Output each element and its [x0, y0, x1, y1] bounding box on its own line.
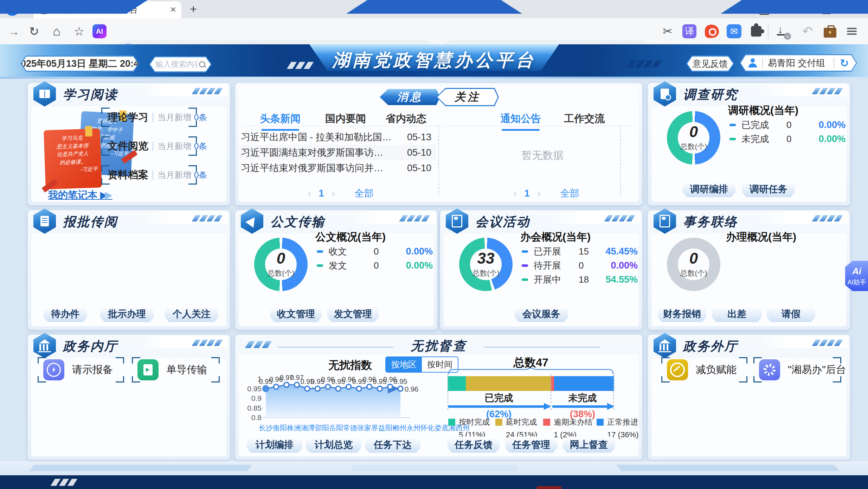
svg-text:0.9: 0.9 — [251, 394, 262, 402]
page-prev-icon[interactable]: ‹ — [513, 188, 516, 199]
new-tab-button[interactable]: + — [190, 2, 197, 16]
view-all-link[interactable]: 全部 — [560, 187, 579, 200]
x-axis-label: 益阳 — [378, 423, 392, 433]
page-prev-icon[interactable]: ‹ — [308, 188, 311, 199]
panel-title: 事务联络 — [683, 213, 738, 231]
toggle-by-region[interactable]: 按地区 — [386, 357, 422, 372]
task-manage-button[interactable]: 任务管理 — [505, 437, 557, 453]
news-item[interactable]: 习近平出席中国 - 拉美和加勒比国家共同体论...05-13 — [238, 129, 436, 145]
legend-item: 正常推进 17 (36%) — [597, 417, 638, 439]
survey-arrange-button[interactable]: 调研编排 — [683, 181, 735, 197]
personal-follow-button[interactable]: 个人关注 — [165, 306, 218, 322]
play-icon: ▶ — [105, 189, 112, 200]
meeting-service-button[interactable]: 会议服务 — [515, 306, 568, 322]
footer-red-mark — [537, 486, 561, 489]
svg-text:0.8: 0.8 — [251, 413, 262, 422]
todo-items-button[interactable]: 待办件 — [44, 306, 87, 322]
legend-item: 逾期未办结 1 (2%) — [543, 417, 592, 439]
lightning-app-icon — [43, 359, 64, 380]
business-trip-button[interactable]: 出差 — [712, 306, 762, 322]
panel-title: 调查研究 — [683, 86, 738, 103]
doc-search-icon — [654, 81, 676, 107]
done-group: 已完成 (62%) — [448, 392, 549, 420]
bookmark-star-icon[interactable]: ☆ — [70, 18, 88, 44]
x-axis-labels: 长沙衡阳株洲湘潭邵阳岳阳常德张家界益阳郴州永州怀化娄底湘西州 — [259, 423, 406, 433]
receive-doc-button[interactable]: 收文管理 — [270, 306, 322, 322]
header-search-box[interactable] — [149, 56, 212, 72]
panel-title: 报批传阅 — [63, 213, 118, 231]
scissors-icon[interactable]: ✂ — [660, 18, 676, 44]
finance-reimburse-button[interactable]: 财务报销 — [658, 306, 706, 322]
ai-assistant-button[interactable]: Ai AI助手 — [845, 261, 868, 291]
footer-navy-band — [0, 475, 868, 489]
page-number[interactable]: 1 — [319, 188, 324, 199]
tab-work-exchange[interactable]: 工作交流 — [564, 112, 605, 126]
app-xiangyiban-backend[interactable]: "湘易办"后台 — [753, 357, 841, 382]
online-supervision-button[interactable]: 网上督查 — [563, 437, 615, 453]
tab-notices[interactable]: 通知公告 — [500, 112, 541, 126]
page-number[interactable]: 1 — [524, 188, 529, 199]
tab-headline-news[interactable]: 头条新闻 — [260, 112, 301, 126]
instruction-handle-button[interactable]: 批示办理 — [100, 306, 154, 322]
plan-arrange-button[interactable]: 计划编排 — [247, 437, 302, 453]
task-assign-button[interactable]: 任务下达 — [365, 437, 420, 453]
translate-icon[interactable]: 译 — [681, 18, 698, 44]
page-next-icon[interactable]: › — [538, 188, 541, 199]
app-request-report[interactable]: 请示报备 — [38, 357, 124, 382]
news-item[interactable]: 习近平结束对俄罗斯国事访问并出席纪念苏联...05-10 — [238, 160, 436, 176]
stat-archives[interactable]: 资料档案 当月新增0条 — [101, 165, 197, 185]
header-search-input[interactable] — [155, 59, 198, 69]
x-axis-label: 株洲 — [287, 423, 301, 433]
app-single-transfer[interactable]: 单导传输 — [132, 357, 220, 382]
bank-icon — [33, 333, 56, 358]
header-slashes — [191, 340, 221, 347]
weibo-icon[interactable] — [703, 18, 721, 44]
panel-news: 消息 关注 头条新闻 国内要闻 省内动态 习近平出席中国 - 拉美和加勒比国家共… — [235, 83, 642, 205]
refresh-user-icon[interactable]: ↻ — [840, 57, 849, 69]
briefcase-icon[interactable] — [821, 18, 839, 44]
refresh-icon[interactable]: ↻ — [25, 18, 43, 44]
extensions-puzzle-icon[interactable] — [748, 18, 764, 44]
chart-title: 办会概况(当年) — [520, 230, 591, 244]
header-slashes — [811, 215, 841, 223]
document-icon — [33, 208, 56, 234]
book-icon — [33, 81, 56, 107]
header-slashes — [604, 215, 633, 223]
page-next-icon[interactable]: › — [332, 188, 335, 199]
feedback-button[interactable]: 意见反馈 — [686, 56, 734, 72]
view-all-link[interactable]: 全部 — [355, 187, 374, 200]
survey-task-button[interactable]: 调研任务 — [742, 181, 795, 197]
empty-state-text: 暂无数据 — [443, 148, 642, 163]
tab-close-icon[interactable]: ✕ — [170, 5, 176, 14]
x-axis-label: 张家界 — [357, 423, 378, 433]
search-icon[interactable] — [199, 61, 205, 67]
menu-hamburger-icon[interactable] — [843, 18, 861, 44]
send-doc-button[interactable]: 发文管理 — [327, 306, 379, 322]
arrow-line — [448, 405, 549, 408]
pagination: ‹ 1 › 全部 — [443, 187, 642, 200]
leave-button[interactable]: 请假 — [767, 306, 815, 322]
download-icon[interactable]: ↓v — [773, 18, 792, 44]
app-burden-reduction[interactable]: 减负赋能 — [661, 357, 747, 382]
stat-theory-study[interactable]: 理论学习 当月新增0条 — [101, 108, 197, 127]
tab-province-news[interactable]: 省内动态 — [386, 112, 426, 126]
panel-document-transfer: 公文传输 0总数(个) 公文概况(当年) 收文 00.00% 发文 00.00%… — [235, 210, 437, 330]
bar-segment — [466, 376, 551, 391]
news-item[interactable]: 习近平圆满结束对俄罗斯国事访问并出席纪念...05-10 — [238, 145, 436, 160]
mail-icon[interactable]: ✉ — [725, 18, 743, 44]
undone-group: 未完成 (38%) — [552, 392, 613, 420]
news-right-list: 通知公告 工作交流 暂无数据 ‹ 1 › 全部 — [443, 83, 642, 205]
forward-icon[interactable]: → — [5, 18, 22, 44]
stat-file-reading[interactable]: 文件阅览 当月新增0条 — [101, 136, 197, 156]
home-icon[interactable]: ⌂ — [48, 18, 65, 44]
ai-extension-icon[interactable]: AI — [91, 18, 108, 44]
document-donut-chart: 0总数(个) — [254, 238, 308, 291]
task-feedback-button[interactable]: 任务反馈 — [448, 437, 500, 453]
stat-row: 发文 00.00% — [317, 259, 433, 272]
tab-domestic-news[interactable]: 国内要闻 — [325, 112, 366, 126]
plan-overview-button[interactable]: 计划总览 — [306, 437, 361, 453]
undo-icon[interactable]: ↶ — [799, 18, 816, 44]
user-box[interactable]: 易青阳 交付组 ↻ — [740, 54, 857, 72]
x-axis-label: 衡阳 — [273, 423, 287, 433]
my-notebook-link[interactable]: 我的笔记本 ▶▶ — [48, 188, 112, 202]
